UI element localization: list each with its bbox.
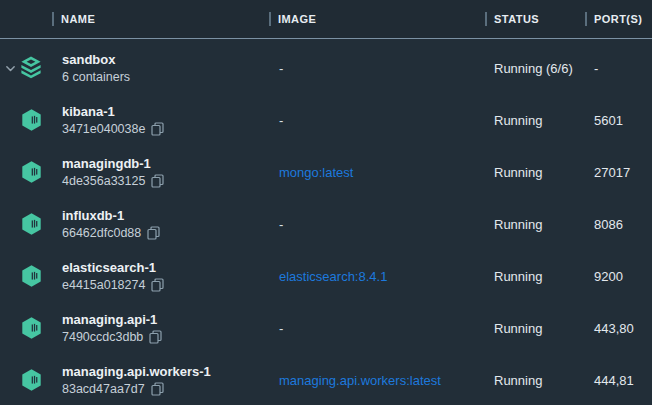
ports-text: 5601 [594,113,652,128]
table-header-row: NAME IMAGE STATUS PORT(S) [0,0,652,39]
column-divider [485,12,487,26]
container-id: 83acd47aa7d7 [62,381,145,397]
compose-stack-icon [20,55,42,81]
status-text: Running [494,217,594,232]
container-name: elasticsearch-1 [62,259,279,276]
column-header-label: STATUS [494,13,539,25]
column-header-image[interactable]: IMAGE [269,12,316,26]
table-row[interactable]: managing.api.workers-1 83acd47aa7d7 mana… [0,354,652,405]
container-id: e4415a018274 [62,277,145,293]
status-text: Running [494,373,594,388]
image-name: - [279,113,494,128]
copy-icon[interactable] [151,122,164,136]
ports-text: 27017 [594,165,652,180]
container-name: sandbox [62,51,279,68]
image-link[interactable]: elasticsearch:8.4.1 [279,269,494,284]
table-body: sandbox 6 containers - Running (6/6) - [0,39,652,405]
chevron-down-icon[interactable] [5,63,16,74]
ports-text: - [594,61,652,76]
container-name: managing.api.workers-1 [62,363,279,380]
column-header-label: PORT(S) [594,13,642,25]
image-name: - [279,217,494,232]
container-id: 4de356a33125 [62,173,145,189]
container-icon [20,108,43,132]
column-divider [52,12,54,26]
table-row[interactable]: elasticsearch-1 e4415a018274 elasticsear… [0,250,652,302]
table-row[interactable]: managingdb-1 4de356a33125 mongo:latest R… [0,146,652,198]
status-text: Running [494,321,594,336]
container-icon [20,264,43,288]
container-icon [20,316,43,340]
image-link[interactable]: mongo:latest [279,165,494,180]
column-header-label: NAME [61,13,95,25]
container-icon [20,368,43,392]
image-link[interactable]: managing.api.workers:latest [279,373,494,388]
table-row[interactable]: kibana-1 3471e040038e - Running 5601 [0,94,652,146]
container-id: 7490ccdc3dbb [62,329,143,345]
container-id: 66462dfc0d88 [62,225,141,241]
copy-icon[interactable] [151,382,164,396]
column-header-status[interactable]: STATUS [485,12,539,26]
copy-icon[interactable] [147,226,160,240]
table-row[interactable]: influxdb-1 66462dfc0d88 - Running 8086 [0,198,652,250]
container-name: kibana-1 [62,103,279,120]
container-name: managing.api-1 [62,311,279,328]
status-text: Running [494,269,594,284]
column-header-name[interactable]: NAME [52,12,95,26]
copy-icon[interactable] [151,278,164,292]
image-name: - [279,321,494,336]
table-row[interactable]: sandbox 6 containers - Running (6/6) - [0,42,652,94]
container-icon [20,160,43,184]
column-divider [585,12,587,26]
container-name: managingdb-1 [62,155,279,172]
column-header-label: IMAGE [278,13,316,25]
container-name: influxdb-1 [62,207,279,224]
column-divider [269,12,271,26]
ports-text: 8086 [594,217,652,232]
status-text: Running (6/6) [494,61,594,76]
containers-table: NAME IMAGE STATUS PORT(S) [0,0,652,405]
status-text: Running [494,165,594,180]
container-id: 6 containers [62,69,130,85]
copy-icon[interactable] [151,174,164,188]
ports-text: 443,80 [594,321,652,336]
column-header-ports[interactable]: PORT(S) [585,12,642,26]
container-id: 3471e040038e [62,121,145,137]
ports-text: 444,81 [594,373,652,388]
copy-icon[interactable] [149,330,162,344]
status-text: Running [494,113,594,128]
table-row[interactable]: managing.api-1 7490ccdc3dbb - Running 44… [0,302,652,354]
image-name: - [279,61,494,76]
container-icon [20,212,43,236]
ports-text: 9200 [594,269,652,284]
